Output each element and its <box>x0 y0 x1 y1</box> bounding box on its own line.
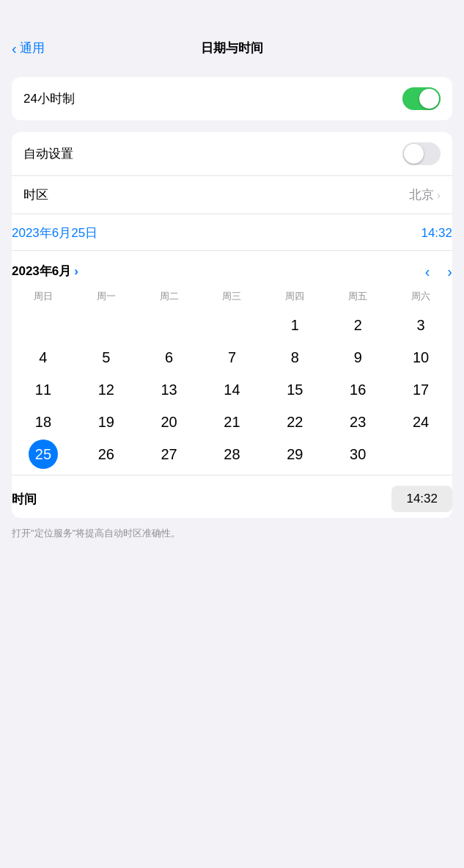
next-month-button[interactable]: › <box>447 264 452 279</box>
day-cell[interactable]: 19 <box>92 407 121 437</box>
weekdays-header: 周日周一周二周三周四周五周六 <box>12 285 452 307</box>
toggle-knob <box>419 89 439 109</box>
back-chevron-icon: ‹ <box>12 41 17 56</box>
back-button[interactable]: ‹ 通用 <box>12 40 45 56</box>
day-cell[interactable]: 18 <box>29 407 58 437</box>
weekday-label: 周六 <box>389 285 452 307</box>
day-cell <box>92 310 121 340</box>
day-cell[interactable]: 2 <box>343 310 372 340</box>
footer-note: 打开"定位服务"将提高自动时区准确性。 <box>0 518 464 540</box>
day-cell[interactable]: 17 <box>406 375 435 404</box>
weekday-label: 周四 <box>263 285 326 307</box>
day-cell[interactable]: 12 <box>92 375 121 404</box>
auto-toggle[interactable] <box>402 142 441 165</box>
day-cell[interactable]: 7 <box>217 343 246 372</box>
time-section-row: 时间 14:32 <box>12 475 452 518</box>
day-cell[interactable]: 5 <box>92 343 121 372</box>
hour24-section: 24小时制 <box>12 77 452 120</box>
nav-header: ‹ 通用 日期与时间 <box>0 0 464 65</box>
day-cell[interactable]: 24 <box>406 407 435 437</box>
days-grid: 1234567891011121314151617181920212223242… <box>12 310 452 469</box>
back-label: 通用 <box>20 40 45 56</box>
time-label: 时间 <box>12 491 37 508</box>
day-cell[interactable]: 15 <box>280 375 309 404</box>
hour24-label: 24小时制 <box>23 90 75 107</box>
date-display[interactable]: 2023年6月25日 <box>12 225 97 241</box>
date-time-display-row: 2023年6月25日 14:32 <box>12 214 452 251</box>
day-cell[interactable]: 28 <box>217 440 246 469</box>
day-cell[interactable]: 9 <box>343 343 372 372</box>
day-cell[interactable]: 6 <box>155 343 184 372</box>
auto-timezone-section: 自动设置 时区 北京 › 2023年6月25日 14:32 2023年6月 › … <box>12 132 452 518</box>
time-value-box[interactable]: 14:32 <box>391 486 452 512</box>
timezone-chevron-icon: › <box>437 189 441 201</box>
day-cell[interactable]: 20 <box>155 407 184 437</box>
day-cell[interactable]: 22 <box>280 407 309 437</box>
day-cell[interactable]: 21 <box>217 407 246 437</box>
time-value: 14:32 <box>406 492 438 506</box>
day-cell[interactable]: 8 <box>280 343 309 372</box>
day-cell[interactable]: 23 <box>343 407 372 437</box>
weekday-label: 周五 <box>326 285 389 307</box>
weekday-label: 周二 <box>138 285 201 307</box>
timezone-value: 北京 › <box>409 186 441 203</box>
day-cell <box>155 310 184 340</box>
weekday-label: 周日 <box>12 285 75 307</box>
calendar-nav: ‹ › <box>425 264 452 279</box>
day-cell[interactable]: 3 <box>406 310 435 340</box>
day-cell <box>29 310 58 340</box>
day-cell[interactable]: 11 <box>29 375 58 404</box>
auto-toggle-knob <box>404 144 424 164</box>
day-cell[interactable]: 29 <box>280 440 309 469</box>
time-display[interactable]: 14:32 <box>421 226 452 241</box>
day-cell[interactable]: 16 <box>343 375 372 404</box>
weekday-label: 周三 <box>201 285 264 307</box>
prev-month-button[interactable]: ‹ <box>425 264 430 279</box>
day-cell[interactable]: 14 <box>217 375 246 404</box>
day-cell[interactable]: 27 <box>155 440 184 469</box>
day-cell[interactable]: 26 <box>92 440 121 469</box>
day-cell[interactable]: 10 <box>406 343 435 372</box>
auto-label: 自动设置 <box>23 145 73 162</box>
weekday-label: 周一 <box>75 285 138 307</box>
day-cell[interactable]: 25 <box>29 440 58 469</box>
day-cell[interactable]: 30 <box>343 440 372 469</box>
day-cell[interactable]: 13 <box>155 375 184 404</box>
day-cell[interactable]: 4 <box>29 343 58 372</box>
day-cell[interactable]: 1 <box>280 310 309 340</box>
timezone-row[interactable]: 时区 北京 › <box>12 176 452 214</box>
calendar-header: 2023年6月 › ‹ › <box>12 251 452 285</box>
hour24-row: 24小时制 <box>12 77 452 120</box>
month-title[interactable]: 2023年6月 › <box>12 263 78 280</box>
month-expand-icon: › <box>74 264 78 279</box>
day-cell <box>217 310 246 340</box>
auto-row: 自动设置 <box>12 132 452 176</box>
page-title: 日期与时间 <box>201 40 263 56</box>
timezone-label: 时区 <box>23 186 48 203</box>
hour24-toggle[interactable] <box>402 87 441 110</box>
